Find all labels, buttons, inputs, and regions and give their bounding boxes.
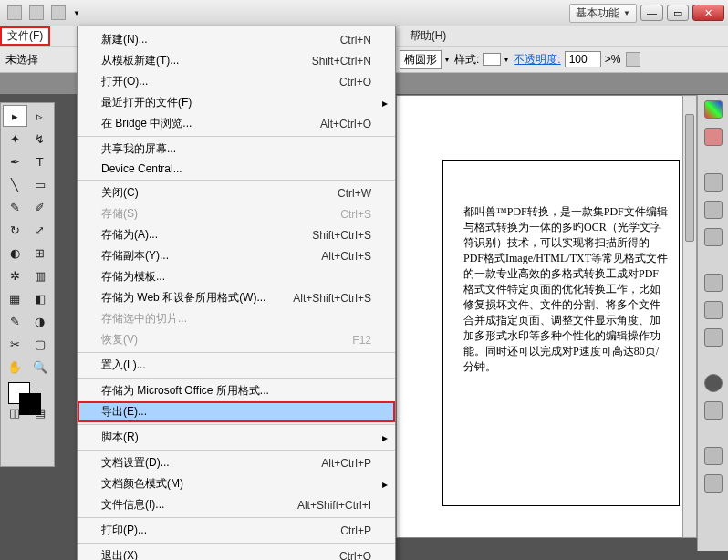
options-extra-icon[interactable] — [626, 52, 640, 67]
background-swatch[interactable] — [19, 393, 41, 415]
menu-item-label: 在 Bridge 中浏览... — [101, 116, 192, 131]
menu-item-shortcut: Ctrl+Q — [339, 550, 371, 561]
paintbrush-tool[interactable]: ✎ — [3, 196, 27, 218]
appearance-panel-icon[interactable] — [704, 374, 723, 392]
color-guide-panel-icon[interactable] — [704, 128, 723, 146]
menu-item[interactable]: 脚本(R) — [78, 427, 395, 448]
stroke-panel-icon[interactable] — [704, 274, 723, 292]
color-panel-icon[interactable] — [704, 100, 723, 119]
menu-item[interactable]: 关闭(C)Ctrl+W — [78, 182, 395, 203]
menu-item[interactable]: 在 Bridge 中浏览...Alt+Ctrl+O — [78, 113, 395, 134]
symbol-sprayer-tool[interactable]: ✲ — [3, 264, 27, 286]
menu-item[interactable]: 共享我的屏幕... — [78, 139, 395, 160]
menu-item[interactable]: Device Central... — [78, 160, 395, 178]
menu-item[interactable]: 文件信息(I)...Alt+Shift+Ctrl+I — [78, 494, 395, 515]
opacity-label[interactable]: 不透明度: — [514, 52, 560, 67]
menu-item[interactable]: 存储为模板... — [78, 266, 395, 287]
menu-item[interactable]: 导出(E)... — [78, 401, 395, 422]
mesh-tool[interactable]: ▦ — [3, 287, 27, 309]
menu-item[interactable]: 退出(X)Ctrl+Q — [78, 545, 395, 560]
rectangle-tool[interactable]: ▭ — [28, 173, 53, 195]
menu-item-label: 存储选中的切片... — [101, 311, 187, 327]
brushes-panel-icon[interactable] — [704, 201, 723, 219]
menu-item: 存储选中的切片... — [78, 308, 395, 329]
type-tool[interactable]: T — [28, 150, 53, 172]
swatches-panel-icon[interactable] — [704, 173, 723, 192]
menu-separator — [78, 517, 395, 518]
no-selection-label: 未选择 — [5, 52, 38, 67]
graph-tool[interactable]: ▥ — [28, 264, 53, 286]
vertical-scrollbar[interactable] — [682, 95, 697, 538]
chevron-down-icon[interactable]: ▾ — [445, 56, 449, 64]
menu-item[interactable]: 从模板新建(T)...Shift+Ctrl+N — [78, 50, 395, 71]
opacity-field[interactable]: 100 — [565, 51, 601, 67]
transparency-panel-icon[interactable] — [704, 328, 723, 347]
menu-item[interactable]: 文档设置(D)...Alt+Ctrl+P — [78, 452, 395, 473]
menu-item-label: 存储为模板... — [101, 269, 165, 285]
style-label: 样式: — [454, 52, 479, 67]
menu-item[interactable]: 最近打开的文件(F) — [78, 92, 395, 113]
gradient-panel-icon[interactable] — [704, 301, 723, 319]
stroke-cap-field[interactable]: 椭圆形 — [400, 50, 442, 69]
maximize-button[interactable]: ▭ — [667, 5, 689, 21]
menu-item[interactable]: 新建(N)...Ctrl+N — [78, 29, 395, 50]
pencil-tool[interactable]: ✐ — [28, 196, 53, 218]
menu-item[interactable]: 置入(L)... — [78, 355, 395, 376]
menu-help[interactable]: 帮助(H) — [402, 26, 454, 46]
workspace-switcher[interactable]: 基本功能 ▼ — [569, 4, 637, 23]
chevron-down-icon: ▼ — [73, 9, 80, 17]
menu-item-shortcut: Alt+Shift+Ctrl+I — [297, 499, 371, 512]
eyedropper-tool[interactable]: ✎ — [3, 310, 27, 332]
tools-panel: ▸ ▹ ✦ ↯ ✒ T ╲ ▭ ✎ ✐ ↻ ⤢ ◐ ⊞ ✲ ▥ ▦ ◧ ✎ ◑ … — [0, 102, 55, 467]
lasso-tool[interactable]: ↯ — [28, 128, 53, 150]
menu-item[interactable]: 存储为 Web 和设备所用格式(W)...Alt+Shift+Ctrl+S — [78, 287, 395, 308]
scrollbar-thumb[interactable] — [685, 114, 694, 242]
style-swatch[interactable] — [483, 53, 501, 66]
close-button[interactable]: ✕ — [692, 5, 724, 21]
rotate-tool[interactable]: ↻ — [3, 219, 27, 241]
menu-separator — [78, 450, 395, 451]
pen-tool[interactable]: ✒ — [3, 150, 27, 172]
menu-item-label: 存储为 Web 和设备所用格式(W)... — [101, 290, 265, 306]
artboards-panel-icon[interactable] — [704, 474, 723, 493]
warp-tool[interactable]: ◐ — [3, 242, 27, 264]
artboard: 都叫兽™PDF转换，是一款集PDF文件编辑与格式转换为一体的多旳OCR（光学文字… — [442, 160, 680, 506]
menu-separator — [78, 180, 395, 181]
hand-tool[interactable]: ✋ — [3, 356, 27, 378]
scale-tool[interactable]: ⤢ — [28, 219, 53, 241]
line-tool[interactable]: ╲ — [3, 173, 27, 195]
chevron-down-icon[interactable]: ▾ — [504, 56, 508, 64]
menu-item[interactable]: 存储为 Microsoft Office 所用格式... — [78, 380, 395, 401]
color-picker[interactable] — [3, 379, 52, 419]
selection-tool[interactable]: ▸ — [3, 105, 27, 127]
layers-panel-icon[interactable] — [704, 447, 723, 465]
menu-item-shortcut: Alt+Shift+Ctrl+S — [293, 292, 371, 305]
menu-separator — [78, 424, 395, 425]
slice-tool[interactable]: ✂ — [3, 333, 27, 355]
zoom-tool[interactable]: 🔍 — [28, 356, 53, 378]
gradient-tool[interactable]: ◧ — [28, 287, 53, 309]
menu-item[interactable]: 打开(O)...Ctrl+O — [78, 71, 395, 92]
menu-item[interactable]: 存储为(A)...Shift+Ctrl+S — [78, 224, 395, 245]
magic-wand-tool[interactable]: ✦ — [3, 128, 27, 150]
menu-item[interactable]: 存储副本(Y)...Alt+Ctrl+S — [78, 245, 395, 266]
menu-item[interactable]: 打印(P)...Ctrl+P — [78, 520, 395, 541]
artboard-tool[interactable]: ▢ — [28, 333, 53, 355]
blend-tool[interactable]: ◑ — [28, 310, 53, 332]
menu-item[interactable]: 文档颜色模式(M) — [78, 473, 395, 494]
menu-file[interactable]: 文件(F) — [0, 26, 50, 46]
arrange-icon[interactable] — [51, 5, 66, 20]
graphic-styles-panel-icon[interactable] — [704, 401, 723, 420]
file-menu-dropdown: 新建(N)...Ctrl+N从模板新建(T)...Shift+Ctrl+N打开(… — [77, 26, 396, 560]
free-transform-tool[interactable]: ⊞ — [28, 242, 53, 264]
canvas-area[interactable]: 都叫兽™PDF转换，是一款集PDF文件编辑与格式转换为一体的多旳OCR（光学文字… — [396, 95, 688, 538]
menu-item-shortcut: F12 — [352, 334, 371, 347]
menu-item-label: 打开(O)... — [101, 74, 148, 89]
minimize-button[interactable]: — — [640, 5, 663, 21]
window-titlebar: ▼ 基本功能 ▼ — ▭ ✕ — [0, 0, 728, 26]
direct-select-tool[interactable]: ▹ — [28, 105, 53, 127]
bridge-icon[interactable] — [29, 5, 44, 20]
symbols-panel-icon[interactable] — [704, 228, 723, 246]
menu-item: 恢复(V)F12 — [78, 329, 395, 350]
menu-item-shortcut: Alt+Ctrl+O — [320, 118, 371, 130]
